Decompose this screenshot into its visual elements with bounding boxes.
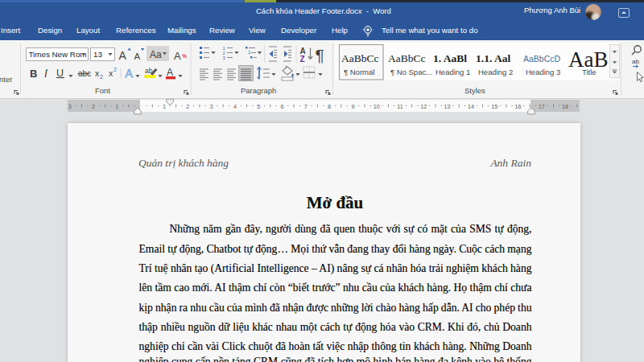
svg-text:A: A xyxy=(119,49,127,62)
svg-text:7: 7 xyxy=(304,103,308,110)
svg-text:Font: Font xyxy=(95,86,110,95)
svg-text:1: 1 xyxy=(248,50,251,55)
svg-text:6: 6 xyxy=(281,103,284,110)
svg-text:1. AaBl: 1. AaBl xyxy=(433,52,467,64)
svg-text:¶ No Spac...: ¶ No Spac... xyxy=(390,68,432,76)
svg-text:Title: Title xyxy=(582,68,597,76)
svg-text:nter: nter xyxy=(0,75,12,84)
svg-text:17: 17 xyxy=(539,103,545,110)
svg-text:2: 2 xyxy=(114,67,117,72)
svg-text:13: 13 xyxy=(93,50,102,59)
svg-text:A: A xyxy=(174,50,181,62)
svg-text:Aa: Aa xyxy=(150,49,162,60)
svg-text:3: 3 xyxy=(210,103,213,110)
svg-text:Styles: Styles xyxy=(464,86,485,95)
svg-text:1: 1 xyxy=(115,103,118,110)
svg-text:A: A xyxy=(126,67,134,80)
svg-text:14: 14 xyxy=(468,103,474,110)
svg-text:10: 10 xyxy=(374,103,380,110)
svg-text:Paragraph: Paragraph xyxy=(241,86,276,95)
svg-text:AaBbCc: AaBbCc xyxy=(341,52,379,64)
svg-text:1: 1 xyxy=(163,103,166,110)
svg-text:2: 2 xyxy=(92,103,95,110)
svg-text:AaBbCcD: AaBbCcD xyxy=(523,54,561,64)
svg-text:2: 2 xyxy=(186,103,189,110)
svg-text:12: 12 xyxy=(420,103,427,110)
svg-text:18: 18 xyxy=(562,103,568,110)
svg-text:I: I xyxy=(44,67,47,80)
svg-text:Times New Rom: Times New Rom xyxy=(29,50,87,59)
svg-text:¶: ¶ xyxy=(316,46,324,64)
svg-text:1.1. Aal: 1.1. Aal xyxy=(476,52,510,64)
svg-text:¶ Normal: ¶ Normal xyxy=(344,68,374,76)
svg-text:5: 5 xyxy=(257,103,260,110)
svg-text:AaBbCc: AaBbCc xyxy=(388,52,426,64)
svg-text:9: 9 xyxy=(351,103,354,110)
svg-text:A: A xyxy=(134,51,141,61)
svg-text:Heading 1: Heading 1 xyxy=(436,68,470,76)
svg-text:16: 16 xyxy=(515,103,522,110)
svg-text:B: B xyxy=(30,68,37,80)
svg-text:4: 4 xyxy=(233,103,237,110)
svg-text:A: A xyxy=(167,67,173,78)
svg-text:2: 2 xyxy=(100,74,103,80)
svg-text:Heading 3: Heading 3 xyxy=(526,68,560,76)
svg-text:Z: Z xyxy=(300,55,305,64)
svg-text:8: 8 xyxy=(328,103,331,110)
svg-text:Heading 2: Heading 2 xyxy=(478,68,513,76)
svg-text:ab: ab xyxy=(632,58,639,65)
svg-text:11: 11 xyxy=(397,103,402,110)
svg-text:3: 3 xyxy=(68,103,72,110)
svg-text:3: 3 xyxy=(223,56,225,60)
svg-text:13: 13 xyxy=(444,103,451,110)
svg-text:15: 15 xyxy=(491,103,497,110)
